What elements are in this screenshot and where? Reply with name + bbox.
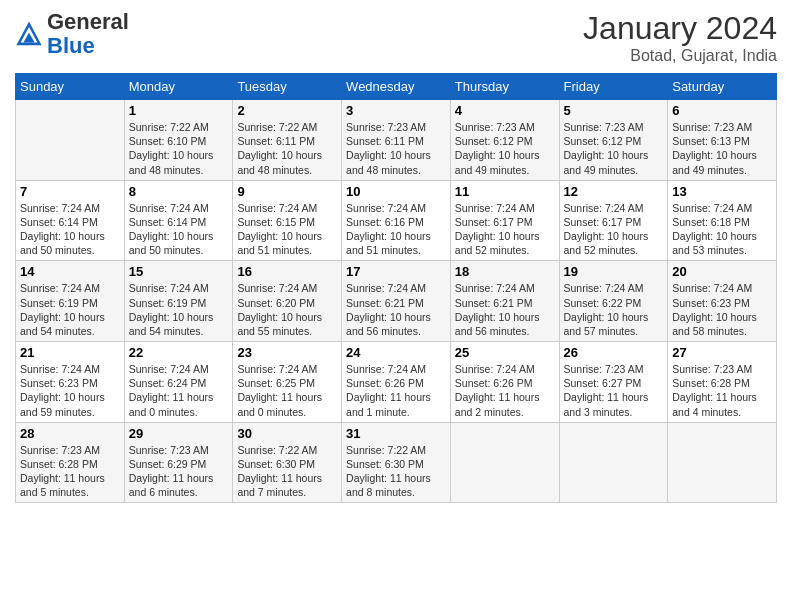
day-cell: 10Sunrise: 7:24 AMSunset: 6:16 PMDayligh… <box>342 180 451 261</box>
day-cell: 30Sunrise: 7:22 AMSunset: 6:30 PMDayligh… <box>233 422 342 503</box>
day-info: Sunrise: 7:24 AMSunset: 6:18 PMDaylight:… <box>672 201 772 258</box>
day-number: 17 <box>346 264 446 279</box>
day-info: Sunrise: 7:23 AMSunset: 6:28 PMDaylight:… <box>20 443 120 500</box>
day-number: 21 <box>20 345 120 360</box>
logo-general-text: General <box>47 9 129 34</box>
day-number: 6 <box>672 103 772 118</box>
calendar-body: 1Sunrise: 7:22 AMSunset: 6:10 PMDaylight… <box>16 100 777 503</box>
day-info: Sunrise: 7:23 AMSunset: 6:13 PMDaylight:… <box>672 120 772 177</box>
day-info: Sunrise: 7:23 AMSunset: 6:12 PMDaylight:… <box>564 120 664 177</box>
day-info: Sunrise: 7:23 AMSunset: 6:27 PMDaylight:… <box>564 362 664 419</box>
day-number: 19 <box>564 264 664 279</box>
col-header-tuesday: Tuesday <box>233 74 342 100</box>
day-cell: 8Sunrise: 7:24 AMSunset: 6:14 PMDaylight… <box>124 180 233 261</box>
day-number: 3 <box>346 103 446 118</box>
day-number: 31 <box>346 426 446 441</box>
day-info: Sunrise: 7:24 AMSunset: 6:14 PMDaylight:… <box>20 201 120 258</box>
header: General Blue January 2024 Botad, Gujarat… <box>15 10 777 65</box>
day-info: Sunrise: 7:24 AMSunset: 6:23 PMDaylight:… <box>20 362 120 419</box>
day-cell: 4Sunrise: 7:23 AMSunset: 6:12 PMDaylight… <box>450 100 559 181</box>
day-cell: 6Sunrise: 7:23 AMSunset: 6:13 PMDaylight… <box>668 100 777 181</box>
day-number: 8 <box>129 184 229 199</box>
day-info: Sunrise: 7:24 AMSunset: 6:14 PMDaylight:… <box>129 201 229 258</box>
day-number: 25 <box>455 345 555 360</box>
day-cell: 17Sunrise: 7:24 AMSunset: 6:21 PMDayligh… <box>342 261 451 342</box>
day-cell: 27Sunrise: 7:23 AMSunset: 6:28 PMDayligh… <box>668 342 777 423</box>
day-number: 28 <box>20 426 120 441</box>
calendar-header: SundayMondayTuesdayWednesdayThursdayFrid… <box>16 74 777 100</box>
day-number: 1 <box>129 103 229 118</box>
header-row: SundayMondayTuesdayWednesdayThursdayFrid… <box>16 74 777 100</box>
day-info: Sunrise: 7:24 AMSunset: 6:23 PMDaylight:… <box>672 281 772 338</box>
day-cell <box>450 422 559 503</box>
day-cell: 25Sunrise: 7:24 AMSunset: 6:26 PMDayligh… <box>450 342 559 423</box>
day-cell <box>559 422 668 503</box>
day-number: 24 <box>346 345 446 360</box>
day-info: Sunrise: 7:24 AMSunset: 6:26 PMDaylight:… <box>455 362 555 419</box>
day-number: 2 <box>237 103 337 118</box>
week-row-5: 28Sunrise: 7:23 AMSunset: 6:28 PMDayligh… <box>16 422 777 503</box>
day-cell: 31Sunrise: 7:22 AMSunset: 6:30 PMDayligh… <box>342 422 451 503</box>
day-cell: 1Sunrise: 7:22 AMSunset: 6:10 PMDaylight… <box>124 100 233 181</box>
day-cell: 21Sunrise: 7:24 AMSunset: 6:23 PMDayligh… <box>16 342 125 423</box>
col-header-monday: Monday <box>124 74 233 100</box>
day-info: Sunrise: 7:23 AMSunset: 6:11 PMDaylight:… <box>346 120 446 177</box>
week-row-4: 21Sunrise: 7:24 AMSunset: 6:23 PMDayligh… <box>16 342 777 423</box>
day-cell <box>668 422 777 503</box>
day-number: 14 <box>20 264 120 279</box>
day-info: Sunrise: 7:24 AMSunset: 6:17 PMDaylight:… <box>564 201 664 258</box>
day-info: Sunrise: 7:24 AMSunset: 6:22 PMDaylight:… <box>564 281 664 338</box>
day-info: Sunrise: 7:24 AMSunset: 6:24 PMDaylight:… <box>129 362 229 419</box>
day-cell: 5Sunrise: 7:23 AMSunset: 6:12 PMDaylight… <box>559 100 668 181</box>
logo: General Blue <box>15 10 129 58</box>
calendar: SundayMondayTuesdayWednesdayThursdayFrid… <box>15 73 777 503</box>
day-number: 4 <box>455 103 555 118</box>
logo-icon <box>15 20 43 48</box>
day-info: Sunrise: 7:23 AMSunset: 6:12 PMDaylight:… <box>455 120 555 177</box>
page: General Blue January 2024 Botad, Gujarat… <box>0 0 792 513</box>
day-info: Sunrise: 7:22 AMSunset: 6:30 PMDaylight:… <box>346 443 446 500</box>
day-number: 5 <box>564 103 664 118</box>
location: Botad, Gujarat, India <box>583 47 777 65</box>
day-cell: 19Sunrise: 7:24 AMSunset: 6:22 PMDayligh… <box>559 261 668 342</box>
week-row-1: 1Sunrise: 7:22 AMSunset: 6:10 PMDaylight… <box>16 100 777 181</box>
day-cell: 24Sunrise: 7:24 AMSunset: 6:26 PMDayligh… <box>342 342 451 423</box>
day-cell: 12Sunrise: 7:24 AMSunset: 6:17 PMDayligh… <box>559 180 668 261</box>
title-block: January 2024 Botad, Gujarat, India <box>583 10 777 65</box>
day-cell: 20Sunrise: 7:24 AMSunset: 6:23 PMDayligh… <box>668 261 777 342</box>
day-cell: 29Sunrise: 7:23 AMSunset: 6:29 PMDayligh… <box>124 422 233 503</box>
col-header-thursday: Thursday <box>450 74 559 100</box>
day-cell: 2Sunrise: 7:22 AMSunset: 6:11 PMDaylight… <box>233 100 342 181</box>
day-number: 20 <box>672 264 772 279</box>
logo-blue-text: Blue <box>47 33 95 58</box>
col-header-sunday: Sunday <box>16 74 125 100</box>
day-number: 29 <box>129 426 229 441</box>
day-cell: 16Sunrise: 7:24 AMSunset: 6:20 PMDayligh… <box>233 261 342 342</box>
day-info: Sunrise: 7:24 AMSunset: 6:26 PMDaylight:… <box>346 362 446 419</box>
day-number: 9 <box>237 184 337 199</box>
day-cell: 9Sunrise: 7:24 AMSunset: 6:15 PMDaylight… <box>233 180 342 261</box>
day-cell: 23Sunrise: 7:24 AMSunset: 6:25 PMDayligh… <box>233 342 342 423</box>
logo-text: General Blue <box>47 10 129 58</box>
day-number: 13 <box>672 184 772 199</box>
day-info: Sunrise: 7:24 AMSunset: 6:15 PMDaylight:… <box>237 201 337 258</box>
day-number: 22 <box>129 345 229 360</box>
day-cell: 11Sunrise: 7:24 AMSunset: 6:17 PMDayligh… <box>450 180 559 261</box>
week-row-3: 14Sunrise: 7:24 AMSunset: 6:19 PMDayligh… <box>16 261 777 342</box>
day-info: Sunrise: 7:24 AMSunset: 6:19 PMDaylight:… <box>129 281 229 338</box>
col-header-saturday: Saturday <box>668 74 777 100</box>
day-number: 15 <box>129 264 229 279</box>
day-cell: 15Sunrise: 7:24 AMSunset: 6:19 PMDayligh… <box>124 261 233 342</box>
day-cell: 14Sunrise: 7:24 AMSunset: 6:19 PMDayligh… <box>16 261 125 342</box>
day-info: Sunrise: 7:24 AMSunset: 6:21 PMDaylight:… <box>346 281 446 338</box>
day-cell: 13Sunrise: 7:24 AMSunset: 6:18 PMDayligh… <box>668 180 777 261</box>
day-info: Sunrise: 7:24 AMSunset: 6:16 PMDaylight:… <box>346 201 446 258</box>
day-cell: 22Sunrise: 7:24 AMSunset: 6:24 PMDayligh… <box>124 342 233 423</box>
day-number: 16 <box>237 264 337 279</box>
day-number: 11 <box>455 184 555 199</box>
day-cell: 28Sunrise: 7:23 AMSunset: 6:28 PMDayligh… <box>16 422 125 503</box>
day-number: 10 <box>346 184 446 199</box>
day-number: 12 <box>564 184 664 199</box>
day-number: 27 <box>672 345 772 360</box>
day-info: Sunrise: 7:24 AMSunset: 6:20 PMDaylight:… <box>237 281 337 338</box>
